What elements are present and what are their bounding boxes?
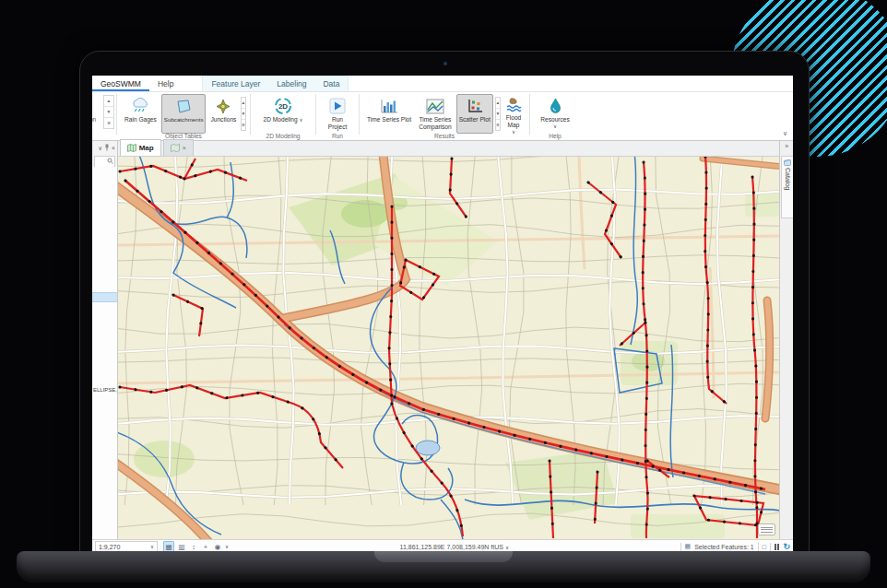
separator: [680, 543, 681, 551]
group-label-help: Help: [531, 133, 579, 139]
rain-gages-label: Rain Gages: [124, 116, 157, 123]
left-dock-pane: ∨ × ELLIPSE,...: [92, 141, 118, 539]
scatter-plot-button[interactable]: Scatter Plot: [456, 94, 493, 134]
junction-icon: [215, 97, 231, 115]
junctions-button[interactable]: Junctions: [207, 94, 239, 134]
right-dock-strip: » Catalog: [779, 141, 793, 539]
plus-icon[interactable]: +: [201, 542, 210, 551]
2d-modeling-button[interactable]: 2D 2D Modeling ∨: [256, 94, 310, 134]
junctions-label: Junctions: [210, 116, 236, 123]
clipped-button-label: on: [92, 116, 96, 123]
gallery-down-icon[interactable]: ▾: [104, 107, 113, 118]
gallery-down-icon[interactable]: ▾: [242, 109, 244, 120]
time-series-plot-button[interactable]: Time Series Plot: [364, 94, 414, 134]
map-tab-label: Map: [139, 144, 154, 152]
map-icon: [171, 144, 180, 152]
scatter-plot-icon: [467, 97, 483, 115]
expand-pane-icon[interactable]: »: [780, 143, 793, 149]
selection-box-icon[interactable]: □: [763, 544, 766, 550]
coordinates-readout[interactable]: 11,861,125.89E 7,008,159.49N ftUS ∨: [229, 544, 680, 550]
map-container: [118, 157, 779, 539]
pane-collapse-icon[interactable]: ∨: [98, 145, 102, 152]
ribbon: on ▴ ▾ ≡ Rain Gages Su: [92, 92, 793, 141]
gallery-up-icon[interactable]: ▴: [242, 98, 244, 109]
separator: [770, 543, 771, 551]
workspace: ∨ × ELLIPSE,...: [92, 141, 793, 539]
app-window: GeoSWMM Help Feature Layer Labeling Data…: [92, 76, 793, 553]
tab-feature-layer[interactable]: Feature Layer: [203, 76, 268, 91]
refresh-icon[interactable]: ↻: [783, 542, 790, 551]
group-label-object-tables: Object Tables: [118, 133, 249, 139]
close-tab-icon[interactable]: ×: [183, 145, 186, 151]
subcatchment-icon: [175, 97, 192, 115]
selected-layer-row[interactable]: [92, 292, 118, 302]
subcatchments-button[interactable]: Subcatchments: [161, 94, 207, 134]
pane-close-icon[interactable]: ×: [112, 145, 115, 151]
search-icon: [107, 158, 113, 166]
group-label-results: Results: [361, 133, 528, 139]
snapping-icon[interactable]: ↕: [189, 542, 198, 551]
group-separator: [250, 94, 251, 135]
time-series-comparison-button[interactable]: Time Series Comparison: [416, 94, 455, 134]
gallery-more-icon[interactable]: ≡: [104, 118, 113, 128]
water-drop-icon: [549, 97, 562, 115]
time-series-plot-label: Time Series Plot: [367, 116, 411, 123]
ribbon-collapse-icon[interactable]: ∨: [783, 130, 787, 137]
chevron-down-icon: ∨: [553, 123, 557, 129]
run-project-label: Run Project: [324, 116, 351, 130]
gallery-scroll-results: ▴ ▾ ≡: [495, 97, 501, 131]
catalog-pane-tab[interactable]: Catalog: [781, 156, 793, 218]
tab-geoswmm[interactable]: GeoSWMM: [92, 76, 149, 91]
gallery-more-icon[interactable]: ≡: [496, 120, 500, 130]
flood-map-button[interactable]: Flood Map ∨: [503, 94, 525, 134]
tab-map-view[interactable]: Map: [120, 139, 161, 156]
pause-drawing-icon[interactable]: [775, 544, 780, 550]
gallery-up-icon[interactable]: ▴: [104, 96, 113, 107]
search-input[interactable]: [96, 159, 106, 166]
speaker-icon[interactable]: ◉: [213, 542, 222, 551]
scene: GeoSWMM Help Feature Layer Labeling Data…: [0, 0, 887, 588]
layout-grid-icon[interactable]: ▥: [177, 542, 186, 551]
gallery-scroll-right: ▴ ▾ ≡: [241, 97, 245, 131]
selection-table-icon[interactable]: ▦: [685, 543, 692, 550]
time-series-comparison-label: Time Series Comparison: [419, 116, 452, 130]
map-scale-value: 1:9,270: [99, 544, 120, 550]
group-label-run: Run: [317, 133, 358, 139]
resources-button[interactable]: Resources∨: [535, 94, 575, 134]
laptop-base-notch: [374, 551, 513, 562]
coordinates-value: 11,861,125.89E 7,008,159.49N ftUS: [400, 544, 503, 550]
flood-map-label: Flood Map: [506, 114, 522, 128]
2d-modeling-icon: 2D: [274, 97, 292, 115]
subcatchments-label: Subcatchments: [164, 116, 204, 123]
group-results: Time Series Plot Time Series Comparison …: [361, 92, 528, 140]
gallery-down-icon[interactable]: ▾: [496, 109, 500, 120]
group-run: Run Project Run: [317, 92, 358, 140]
gallery-up-icon[interactable]: ▴: [496, 98, 500, 109]
selected-features-label[interactable]: Selected Features: 1: [694, 544, 754, 550]
flood-map-icon: [505, 97, 522, 113]
resources-label: Resources: [540, 116, 570, 123]
tab-data[interactable]: Data: [314, 76, 348, 91]
gallery-scroll-left: ▴ ▾ ≡: [103, 95, 114, 129]
2d-modeling-label: 2D Modeling: [264, 116, 298, 123]
gallery-more-icon[interactable]: ≡: [242, 120, 244, 130]
svg-text:2D: 2D: [278, 102, 288, 111]
run-play-icon: [329, 97, 346, 115]
map-attribution-icon[interactable]: [758, 523, 775, 535]
tab-labeling[interactable]: Labeling: [268, 76, 314, 91]
line-chart-icon: [426, 97, 444, 115]
tab-secondary-view[interactable]: ×: [163, 139, 194, 156]
rain-gage-icon: [130, 97, 150, 115]
group-2d-modeling: 2D 2D Modeling ∨ 2D Modeling: [252, 92, 314, 140]
pin-icon[interactable]: [104, 144, 110, 152]
chevron-down-icon: ∨: [299, 117, 302, 123]
map-canvas[interactable]: [118, 157, 779, 539]
tab-help[interactable]: Help: [149, 76, 182, 91]
run-project-button[interactable]: Run Project: [321, 94, 354, 134]
webcam-dot: [444, 62, 447, 65]
catalog-tab-label: Catalog: [785, 168, 791, 190]
catalog-icon: [784, 159, 791, 166]
pane-header: ∨ ×: [92, 141, 117, 155]
group-separator: [359, 94, 360, 135]
rain-gages-button[interactable]: Rain Gages: [122, 94, 160, 134]
